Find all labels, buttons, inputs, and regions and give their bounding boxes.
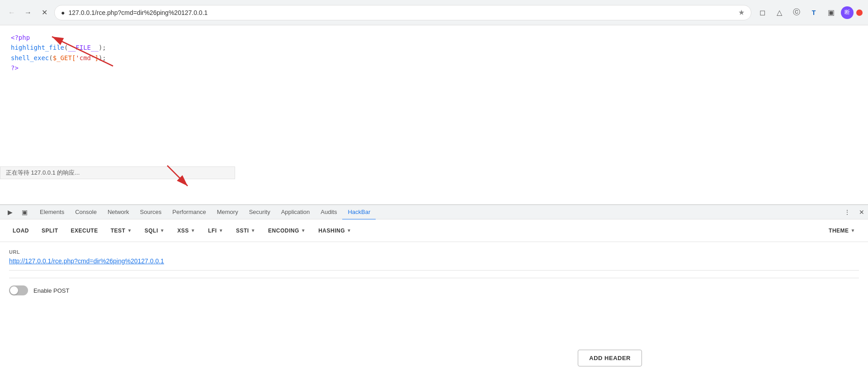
add-header-button[interactable]: ADD HEADER <box>578 350 642 366</box>
ssti-dropdown-arrow: ▼ <box>251 228 255 233</box>
code-line-2: highlight_file(__FILE__); <box>11 43 857 52</box>
tab-performance[interactable]: Performance <box>167 205 211 220</box>
hackbar-split-button[interactable]: SPLIT <box>36 225 64 237</box>
devtools-device-toggle[interactable]: ▣ <box>18 206 31 218</box>
devtools-more-options: ⋮ ✕ <box>841 206 868 218</box>
hackbar-load-button[interactable]: LOAD <box>7 225 34 237</box>
code-line-3: shell_exec($_GET['cmd']); <box>11 53 857 63</box>
enable-post-row: Enable POST <box>9 285 859 295</box>
devtools-more-button[interactable]: ⋮ <box>841 206 854 218</box>
devtools-close-button[interactable]: ✕ <box>855 206 868 218</box>
xss-dropdown-arrow: ▼ <box>191 228 195 233</box>
hackbar-sqli-button[interactable]: SQLI ▼ <box>139 225 170 237</box>
devtools-tab-row: Elements Console Network Sources Perform… <box>34 205 841 219</box>
hackbar-lfi-button[interactable]: LFI ▼ <box>203 225 229 237</box>
theme-dropdown-arrow: ▼ <box>851 228 855 233</box>
sqli-dropdown-arrow: ▼ <box>160 228 165 233</box>
forward-button[interactable]: → <box>22 6 34 19</box>
url-text: 127.0.0.1/rce.php?cmd=dir%26ping%20127.0… <box>68 9 735 16</box>
php-code-display: <?php highlight_file(__FILE__); shell_ex… <box>11 33 857 73</box>
hashing-dropdown-arrow: ▼ <box>347 228 351 233</box>
lfi-dropdown-arrow: ▼ <box>219 228 223 233</box>
toggle-knob <box>10 286 18 294</box>
tab-memory[interactable]: Memory <box>212 205 244 220</box>
tab-security[interactable]: Security <box>244 205 276 220</box>
loading-status-bar: 正在等待 127.0.0.1 的响应... <box>0 166 235 179</box>
devtools-icon-group: ▶ ▣ <box>0 206 34 218</box>
url-label: URL <box>9 249 859 255</box>
bookmark-manager-button[interactable]: ▣ <box>824 5 838 20</box>
downloads-button[interactable]: △ <box>772 5 787 20</box>
browser-main: <?php highlight_file(__FILE__); shell_ex… <box>0 25 868 204</box>
extensions-button[interactable]: ◻ <box>755 5 769 20</box>
app-button[interactable]: T <box>807 5 821 20</box>
test-dropdown-arrow: ▼ <box>127 228 132 233</box>
tab-network[interactable]: Network <box>102 205 135 220</box>
tab-audits[interactable]: Audits <box>315 205 342 220</box>
hackbar-encoding-button[interactable]: ENCODING ▼ <box>263 225 311 237</box>
hackbar-xss-button[interactable]: XSS ▼ <box>172 225 201 237</box>
hackbar-execute-button[interactable]: EXECUTE <box>66 225 104 237</box>
enable-post-toggle[interactable] <box>9 285 28 295</box>
bookmark-icon: ★ <box>738 8 745 17</box>
hackbar-theme-button[interactable]: THEME ▼ <box>823 225 861 237</box>
hackbar-content: URL http://127.0.0.1/rce.php?cmd=dir%26p… <box>0 242 868 380</box>
devtools-panel: ▶ ▣ Elements Console Network Sources Per… <box>0 204 868 380</box>
devtools-select-tool[interactable]: ▶ <box>4 206 16 218</box>
code-line-1: <?php <box>11 33 857 43</box>
back-button[interactable]: ← <box>5 6 18 19</box>
tab-elements[interactable]: Elements <box>34 205 70 220</box>
tab-console[interactable]: Console <box>70 205 102 220</box>
hackbar-ssti-button[interactable]: SSTI ▼ <box>231 225 261 237</box>
divider <box>9 278 859 278</box>
profile-button[interactable]: 断 <box>841 6 854 19</box>
url-section: URL http://127.0.0.1/rce.php?cmd=dir%26p… <box>9 249 859 271</box>
enable-post-label: Enable POST <box>33 287 70 294</box>
url-value[interactable]: http://127.0.0.1/rce.php?cmd=dir%26ping%… <box>9 257 859 271</box>
page-content: <?php highlight_file(__FILE__); shell_ex… <box>0 25 868 179</box>
reload-stop-button[interactable]: ✕ <box>38 6 51 19</box>
browser-actions: ◻ △ ⓒ T ▣ 断 <box>755 5 863 20</box>
notification-dot <box>856 10 863 16</box>
encoding-dropdown-arrow: ▼ <box>301 228 306 233</box>
hackbar-toolbar: LOAD SPLIT EXECUTE TEST ▼ SQLI ▼ XSS ▼ L… <box>0 219 868 242</box>
tab-hackbar[interactable]: HackBar <box>342 205 376 220</box>
code-line-4: ?> <box>11 63 857 73</box>
camera-button[interactable]: ⓒ <box>789 5 804 20</box>
lock-icon: ● <box>61 9 65 16</box>
address-bar[interactable]: ● 127.0.0.1/rce.php?cmd=dir%26ping%20127… <box>54 5 751 20</box>
tab-application[interactable]: Application <box>276 205 316 220</box>
tab-sources[interactable]: Sources <box>135 205 167 220</box>
hackbar-test-button[interactable]: TEST ▼ <box>105 225 137 237</box>
hackbar-hashing-button[interactable]: HASHING ▼ <box>313 225 357 237</box>
loading-text: 正在等待 127.0.0.1 的响应... <box>6 169 80 177</box>
browser-chrome: ← → ✕ ● 127.0.0.1/rce.php?cmd=dir%26ping… <box>0 0 868 25</box>
devtools-header: ▶ ▣ Elements Console Network Sources Per… <box>0 205 868 219</box>
